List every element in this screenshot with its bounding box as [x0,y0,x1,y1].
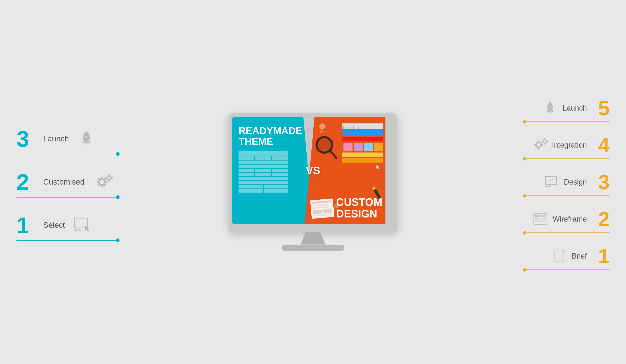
svg-rect-62 [555,250,564,262]
screen-left: READYMADE THEME [232,117,313,224]
svg-rect-51 [542,141,543,142]
left-step-1-number: 1 [16,214,39,236]
swatch-red [342,137,383,141]
right-step-2-label: Wireframe [553,215,587,223]
svg-rect-24 [322,128,323,130]
left-step-2-line [16,197,117,198]
left-step-1-dot [116,238,119,242]
magnifying-glass-icon [313,133,338,161]
monitor-stand [301,232,325,245]
right-step-5-number: 5 [591,98,610,118]
design-swatches [342,123,383,171]
svg-line-55 [548,179,553,181]
monitor-screen: READYMADE THEME [232,117,394,224]
svg-point-1 [85,136,88,138]
monitor-design-icon-right-3 [543,174,560,190]
swatch-blue [342,130,383,136]
right-step-3-label: Design [564,178,587,186]
screen-left-title: READYMADE THEME [238,125,307,147]
vs-text: VS [306,165,320,177]
ruler [342,123,383,129]
left-step-2-label: Customised [43,178,84,186]
right-step-5: Launch 5 [531,98,610,118]
svg-rect-5 [101,185,103,187]
svg-point-39 [537,143,540,147]
svg-line-29 [330,151,336,158]
svg-rect-14 [108,174,110,176]
svg-rect-7 [97,181,99,183]
svg-point-34 [332,207,335,210]
document-icon-right-1 [551,248,568,264]
right-step-3-line [525,196,610,196]
rocket-icon-left [77,130,96,148]
monitor-container: READYMADE THEME [229,113,397,251]
left-step-1-label: Select [43,221,65,230]
left-step-3-number: 3 [16,128,39,150]
left-step-1: 1 Select [16,214,111,236]
right-step-1-label: Brief [572,252,587,261]
cursor-icon-left [73,216,92,234]
svg-rect-61 [535,215,537,217]
left-step-2: 2 Customised [16,171,111,193]
svg-rect-58 [535,218,540,220]
svg-point-47 [544,140,546,143]
right-step-5-label: Launch [563,104,587,112]
svg-rect-23 [322,123,323,125]
right-step-4-number: 4 [591,135,610,155]
gear-icon-left [93,173,111,191]
right-step-4-dot [523,157,526,161]
right-step-1: Brief 1 [531,246,610,266]
svg-rect-50 [547,141,548,142]
right-step-3: Design 3 [531,172,610,192]
svg-rect-40 [538,140,539,142]
right-step-1-line [525,269,610,270]
right-step-2: Wireframe 2 [531,209,610,229]
wireframe-grid [238,151,288,193]
monitor-frame: READYMADE THEME [229,113,397,232]
svg-rect-4 [101,177,103,179]
svg-rect-17 [105,177,107,179]
right-steps-container: Launch 5 [531,98,610,266]
svg-point-13 [107,177,110,179]
right-step-2-dot [523,231,526,234]
right-step-4: Integration 4 [531,135,610,155]
svg-rect-41 [538,148,539,150]
svg-point-37 [549,106,551,108]
svg-rect-60 [535,221,546,222]
swatch-yellow [342,153,383,157]
color-squares [344,143,383,151]
wireframe-icon-right-2 [532,211,549,227]
right-step-1-number: 1 [591,246,610,266]
svg-rect-26 [319,126,320,127]
left-step-3: 3 Launch [16,128,111,150]
left-step-2-dot [116,195,119,199]
swatch-amber [342,158,383,163]
cursor-decoration [376,164,381,171]
rocket-icon-right-5 [542,100,558,116]
right-step-2-line [525,232,610,233]
left-step-3-line [16,154,117,154]
svg-rect-6 [105,181,107,183]
monitor-base [282,245,344,251]
right-step-5-dot [523,120,526,124]
svg-rect-16 [111,177,113,179]
right-step-4-label: Integration [552,141,587,149]
gear-icon-screen [317,121,327,132]
svg-point-3 [100,180,104,184]
screen-right-title: CUSTOM DESIGN [336,196,382,220]
gear-icon-right-4 [531,137,548,153]
left-steps-container: 3 Launch 2 Customised [16,128,111,236]
svg-rect-49 [544,143,545,145]
svg-rect-59 [541,218,546,220]
svg-rect-15 [108,180,110,182]
left-step-3-dot [116,152,119,156]
right-step-1-dot [523,268,526,271]
svg-rect-25 [324,126,326,127]
left-step-2-number: 2 [16,171,39,193]
right-step-3-number: 3 [591,172,610,192]
svg-point-22 [321,125,324,128]
right-step-3-dot [523,194,526,198]
right-step-5-line [525,122,610,122]
svg-rect-48 [544,138,545,139]
left-step-1-line [16,240,117,241]
